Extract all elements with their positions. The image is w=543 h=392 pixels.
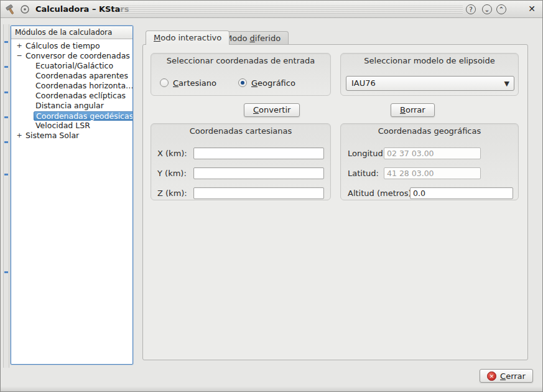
rail-tick bbox=[4, 91, 8, 93]
module-tree: + Cálculos de tiempo − Conversor de coor… bbox=[11, 39, 132, 141]
maximize-button[interactable]: ⌃ bbox=[496, 4, 506, 14]
rail-tick bbox=[4, 66, 8, 68]
x-label: X (km): bbox=[157, 149, 187, 158]
window-bottom-shadow bbox=[1, 386, 542, 391]
collapse-icon[interactable]: − bbox=[15, 51, 24, 61]
geographic-coordinates-group: Coordenadas geográficas Longitud: Latitu… bbox=[340, 123, 519, 200]
tree-item-conversor-coordenadas[interactable]: − Conversor de coordenadas bbox=[11, 51, 132, 61]
titlebar-stripes bbox=[120, 6, 463, 14]
left-rail bbox=[3, 24, 9, 368]
longitude-input bbox=[384, 147, 481, 159]
tree-item-sistema-solar[interactable]: + Sistema Solar bbox=[11, 131, 132, 141]
cartesian-coordinates-group: Coordenadas cartesianas X (km): Y (km): … bbox=[151, 123, 331, 200]
group-title: Coordenadas cartesianas bbox=[151, 126, 330, 136]
shade-button[interactable]: ⌄ bbox=[482, 4, 492, 14]
clear-button[interactable]: Borrar bbox=[391, 103, 435, 117]
z-label: Z (km): bbox=[157, 189, 187, 198]
help-button[interactable]: ? bbox=[466, 4, 476, 14]
tree-item-coordenadas-eclipticas[interactable]: Coordenadas eclípticas bbox=[11, 91, 132, 101]
close-dialog-button[interactable]: ✕ Cerrar bbox=[480, 369, 533, 383]
window-title: Calculadora – KStars bbox=[35, 1, 129, 17]
x-input[interactable] bbox=[193, 147, 324, 159]
tree-item-coordenadas-horizontales[interactable]: Coordenadas horizonta… bbox=[11, 81, 132, 91]
tree-item-velocidad-lsr[interactable]: Velocidad LSR bbox=[11, 121, 132, 131]
tab-content: Seleccionar coordenadas de entrada Carte… bbox=[142, 44, 528, 360]
group-title: Seleccionar coordenadas de entrada bbox=[151, 56, 330, 65]
rail-tick bbox=[4, 116, 8, 118]
tree-item-distancia-angular[interactable]: Distancia angular bbox=[11, 101, 132, 111]
rail-tick bbox=[4, 174, 8, 175]
tab-modo-interactivo[interactable]: Modo interactivo bbox=[146, 30, 230, 45]
radio-label: Cartesiano bbox=[173, 78, 216, 88]
radio-cartesiano[interactable]: Cartesiano bbox=[160, 77, 216, 88]
y-label: Y (km): bbox=[157, 169, 187, 178]
kstars-calculator-window: Calculadora – KStars ? ⌄ ⌃ ✕ Módulos de … bbox=[0, 0, 543, 392]
module-tree-panel: Módulos de la calculadora + Cálculos de … bbox=[11, 26, 133, 365]
latitude-input bbox=[384, 167, 481, 179]
group-title: Coordenadas geográficas bbox=[341, 126, 518, 136]
altitude-input[interactable] bbox=[410, 187, 513, 199]
altitude-label: Altitud (metros): bbox=[348, 189, 414, 198]
ellipsoid-model-group: Seleccionar modelo de elipsoide IAU76 ▼ bbox=[340, 53, 519, 96]
input-coordinates-group: Seleccionar coordenadas de entrada Carte… bbox=[151, 53, 331, 96]
tree-item-calculos-tiempo[interactable]: + Cálculos de tiempo bbox=[11, 41, 132, 51]
z-input[interactable] bbox=[193, 187, 324, 199]
y-input[interactable] bbox=[193, 167, 324, 179]
tree-item-coordenadas-geodesicas[interactable]: Coordenadas geodésicas bbox=[11, 111, 132, 121]
chevron-down-icon: ▼ bbox=[504, 77, 509, 91]
radio-circle-icon bbox=[238, 78, 247, 87]
tree-header[interactable]: Módulos de la calculadora bbox=[11, 26, 132, 39]
ellipsoid-combobox[interactable]: IAU76 ▼ bbox=[346, 76, 514, 91]
latitude-label: Latitud: bbox=[348, 169, 379, 178]
close-button-label: Cerrar bbox=[500, 371, 526, 381]
app-dial-icon bbox=[20, 4, 30, 14]
longitude-label: Longitud: bbox=[348, 149, 386, 158]
titlebar[interactable]: Calculadora – KStars ? ⌄ ⌃ ✕ bbox=[1, 1, 542, 18]
tree-item-coordenadas-aparentes[interactable]: Coordenadas aparentes bbox=[11, 71, 132, 81]
radio-geografico[interactable]: Geográfico bbox=[238, 77, 295, 88]
app-hammer-icon[interactable] bbox=[5, 4, 16, 15]
close-red-x-icon: ✕ bbox=[487, 371, 496, 381]
expand-icon[interactable]: + bbox=[15, 131, 24, 141]
close-window-button[interactable]: ✕ bbox=[526, 3, 537, 14]
radio-label: Geográfico bbox=[251, 78, 295, 88]
convert-button[interactable]: Convertir bbox=[244, 103, 300, 117]
rail-tick bbox=[4, 41, 8, 43]
tree-item-ecuatorial-galactico[interactable]: Ecuatorial/Galáctico bbox=[11, 61, 132, 71]
group-title: Seleccionar modelo de elipsoide bbox=[341, 56, 518, 65]
rail-tick bbox=[4, 141, 8, 143]
radio-circle-icon bbox=[160, 78, 169, 87]
rail-tick bbox=[4, 271, 8, 273]
combobox-value: IAU76 bbox=[351, 78, 376, 88]
expand-icon[interactable]: + bbox=[15, 41, 24, 51]
